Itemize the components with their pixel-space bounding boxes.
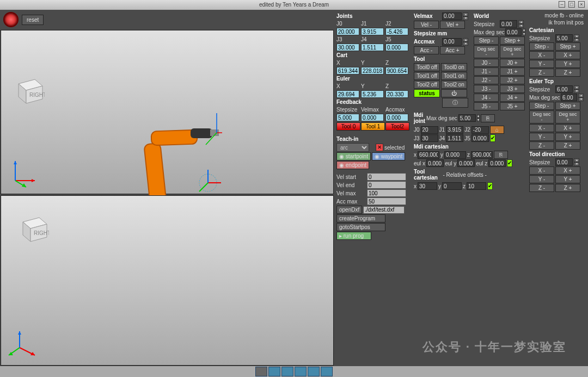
velmax-spin[interactable]: ▴▾ bbox=[463, 13, 468, 20]
power-btn[interactable]: ⏻ bbox=[441, 89, 467, 97]
j5-minus-btn[interactable]: J5 - bbox=[474, 102, 499, 110]
euler-z-minus[interactable]: Z - bbox=[529, 141, 554, 150]
tool1-tab[interactable]: Tool 1 bbox=[361, 122, 385, 131]
euler-y-minus[interactable]: Y - bbox=[529, 133, 554, 141]
mdi-eulx-field[interactable] bbox=[426, 159, 444, 167]
euler-stepsize-field[interactable] bbox=[555, 85, 573, 93]
close-btn[interactable]: × bbox=[578, 1, 585, 8]
cart-y-field[interactable] bbox=[361, 67, 384, 75]
acc-minus-btn[interactable]: Acc - bbox=[414, 46, 439, 54]
z-minus-btn[interactable]: Z - bbox=[529, 69, 554, 77]
create-program-btn[interactable]: createProgram bbox=[336, 214, 385, 223]
fb-vel-field[interactable] bbox=[361, 114, 384, 121]
tool0-off-btn[interactable]: Tool0 off bbox=[414, 63, 440, 71]
world-degsec-plus[interactable]: Deg sec + bbox=[500, 45, 525, 58]
j1-plus-btn[interactable]: J1 + bbox=[500, 67, 525, 76]
dxf-path-field[interactable] bbox=[363, 206, 405, 214]
emergency-stop[interactable] bbox=[3, 12, 19, 27]
j2-field[interactable] bbox=[385, 28, 408, 35]
j2-minus-btn[interactable]: J2 - bbox=[474, 76, 499, 84]
tooldir-z-plus[interactable]: Z + bbox=[555, 184, 580, 192]
euler-y-field[interactable] bbox=[361, 90, 384, 98]
fb-step-field[interactable] bbox=[336, 114, 359, 121]
j2-plus-btn[interactable]: J2 + bbox=[500, 76, 525, 84]
tool2-tab[interactable]: Tool2 bbox=[385, 122, 409, 131]
euler-maxdeg-field[interactable] bbox=[561, 94, 577, 101]
endpoint-btn[interactable]: ◉ endpoint bbox=[336, 161, 369, 169]
teach-mode-select[interactable]: arc bbox=[336, 143, 369, 152]
mdi-y-field[interactable] bbox=[444, 151, 466, 159]
euler-y-plus[interactable]: Y + bbox=[555, 133, 580, 141]
info-btn[interactable]: ⓘ bbox=[442, 98, 468, 108]
taskbar-item-1[interactable] bbox=[255, 367, 267, 376]
viewport-top[interactable]: RIGHT bbox=[1, 30, 334, 194]
vel-minus-btn[interactable]: Vel - bbox=[414, 21, 439, 29]
tool2-off-btn[interactable]: Tool2 off bbox=[414, 81, 440, 89]
j3-field[interactable] bbox=[336, 44, 359, 51]
euler-degsec-minus[interactable]: Deg sec - bbox=[529, 110, 554, 123]
tooldir-stepsize-spin[interactable]: ▴▾ bbox=[574, 158, 579, 166]
euler-x-field[interactable] bbox=[336, 90, 359, 98]
reset-button[interactable]: reset bbox=[22, 15, 44, 25]
run-prog-btn[interactable]: ▸ run prog bbox=[336, 232, 371, 240]
waypoint-btn[interactable]: ◉ waypoint bbox=[372, 152, 405, 160]
cart-stepsize-field[interactable] bbox=[555, 34, 573, 42]
accmax-spin[interactable]: ▴▾ bbox=[463, 38, 468, 46]
taskbar-item-3[interactable] bbox=[281, 367, 293, 376]
tooldir-z-minus[interactable]: Z - bbox=[529, 184, 554, 192]
mdi-j3-field[interactable] bbox=[421, 134, 438, 142]
world-degsec-minus[interactable]: Deg sec - bbox=[474, 45, 499, 58]
cart-step-minus[interactable]: Step - bbox=[529, 42, 554, 51]
y-plus-btn[interactable]: Y + bbox=[555, 60, 580, 68]
euler-maxdeg-spin[interactable]: ▴▾ bbox=[578, 94, 584, 101]
j1-minus-btn[interactable]: J1 - bbox=[474, 67, 499, 76]
x-plus-btn[interactable]: X + bbox=[555, 51, 580, 59]
taskbar-item-4[interactable] bbox=[295, 367, 307, 376]
tooldir-x-minus[interactable]: X - bbox=[529, 166, 554, 175]
euler-x-plus[interactable]: X + bbox=[555, 124, 580, 132]
maximize-btn[interactable]: □ bbox=[568, 1, 575, 8]
viewport-bottom[interactable]: RIGHT bbox=[1, 195, 334, 366]
euler-stepsize-spin[interactable]: ▴▾ bbox=[574, 85, 579, 93]
startpoint-btn[interactable]: ◉ startpoint bbox=[336, 152, 371, 160]
cart-step-plus[interactable]: Step + bbox=[555, 42, 580, 51]
mdi-x-field[interactable] bbox=[418, 151, 439, 159]
minimize-btn[interactable]: – bbox=[559, 1, 565, 8]
j4-plus-btn[interactable]: J4 + bbox=[500, 94, 525, 102]
j0-field[interactable] bbox=[336, 28, 359, 35]
tooldir-y-plus[interactable]: Y + bbox=[555, 175, 580, 183]
cart-z-field[interactable] bbox=[385, 67, 408, 75]
j3-minus-btn[interactable]: J3 - bbox=[474, 85, 499, 93]
status-btn[interactable]: status bbox=[414, 89, 440, 97]
taskbar-item-6[interactable] bbox=[321, 367, 333, 376]
tool0-on-btn[interactable]: Tool0 on bbox=[441, 63, 467, 71]
mdi-j4-field[interactable] bbox=[446, 134, 463, 142]
world-step-minus[interactable]: Step - bbox=[474, 36, 499, 45]
j4-minus-btn[interactable]: J4 - bbox=[474, 94, 499, 102]
tool0-tab[interactable]: Tool 0 bbox=[336, 122, 360, 131]
j1-field[interactable] bbox=[361, 28, 384, 35]
j0-minus-btn[interactable]: J0 - bbox=[474, 59, 499, 67]
vel-end-field[interactable] bbox=[367, 181, 406, 189]
open-dxf-btn[interactable]: openDxf bbox=[336, 206, 362, 214]
vel-start-field[interactable] bbox=[367, 173, 406, 181]
cart-x-field[interactable] bbox=[336, 67, 359, 75]
tool-x-field[interactable] bbox=[418, 182, 437, 190]
world-maxdeg-spin[interactable]: ▴▾ bbox=[523, 28, 525, 36]
vel-max-field[interactable] bbox=[367, 189, 406, 197]
goto-startpos-btn[interactable]: gotoStartpos bbox=[336, 223, 385, 231]
tool-y-field[interactable] bbox=[442, 182, 462, 190]
j0-plus-btn[interactable]: J0 + bbox=[500, 59, 525, 67]
nav-cube-bottom[interactable]: RIGHT bbox=[16, 212, 49, 245]
j5-plus-btn[interactable]: J5 + bbox=[500, 102, 525, 110]
euler-z-plus[interactable]: Z + bbox=[555, 141, 580, 150]
euler-step-plus[interactable]: Step + bbox=[555, 102, 580, 110]
acc-plus-btn[interactable]: Acc + bbox=[440, 46, 465, 54]
tool1-on-btn[interactable]: Tool1 on bbox=[441, 72, 467, 80]
acc-max-field[interactable] bbox=[367, 197, 406, 205]
euler-x-minus[interactable]: X - bbox=[529, 124, 554, 132]
j4-field[interactable] bbox=[361, 44, 384, 51]
tooldir-y-minus[interactable]: Y - bbox=[529, 175, 554, 183]
vel-plus-btn[interactable]: Vel + bbox=[440, 21, 465, 29]
euler-z-field[interactable] bbox=[385, 90, 408, 98]
